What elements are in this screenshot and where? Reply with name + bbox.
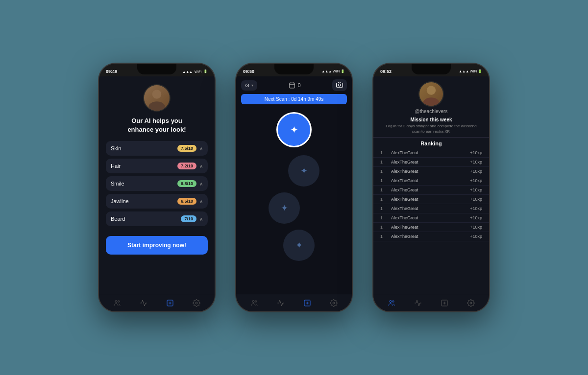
score-label-skin: Skin (111, 145, 121, 151)
scan-circle-2[interactable]: ✦ (288, 155, 319, 187)
ranking-row: 1 AlexTheGreat +10xp (373, 176, 489, 186)
svg-point-3 (118, 301, 120, 302)
rank-username: AlexTheGreat (387, 178, 470, 183)
status-icons-3: ▲▲▲ WiFi 🔋 (459, 70, 482, 73)
nav-gear-3[interactable] (464, 296, 478, 310)
score-badge-beard: 7/10 (181, 215, 196, 222)
avatar-svg (144, 85, 170, 111)
rank-username: AlexTheGreat (387, 188, 470, 192)
svg-point-20 (470, 302, 472, 304)
ranking-row: 1 AlexTheGreat +10xp (373, 158, 489, 167)
score-right-jawline: 6.5/10 ∧ (177, 198, 203, 205)
ranking-row: 1 AlexTheGreat +10xp (373, 204, 489, 213)
rank-username: AlexTheGreat (387, 206, 470, 211)
nav-gear-1[interactable] (189, 296, 204, 310)
rank-xp: +10xp (470, 215, 482, 220)
score-row-jawline[interactable]: Jawline 6.5/10 ∧ (106, 194, 208, 209)
status-icons-1: ▲▲▲ WiFi 🔋 (182, 70, 208, 73)
camera-button[interactable] (332, 79, 347, 91)
rank-xp: +10xp (470, 150, 482, 155)
ranking-row: 1 AlexTheGreat +10xp (373, 232, 489, 241)
phone2-main-content: ⊙ ▾ 0 Next Scan : 0d 14h 9m 49s ✦ ✦ ✦ ✦ (236, 76, 352, 294)
calendar-icon (289, 82, 295, 89)
scan-circle-3[interactable]: ✦ (269, 192, 300, 224)
nav-people-2[interactable] (247, 296, 262, 310)
nav-gear-2[interactable] (326, 296, 341, 310)
mission-section: Mission this week Log in for 3 days stra… (373, 117, 489, 137)
nav-people-3[interactable] (384, 296, 399, 310)
score-badge-hair: 7.2/10 (177, 163, 196, 169)
start-improving-button[interactable]: Start improving now! (106, 236, 208, 255)
svg-point-18 (392, 301, 394, 302)
next-scan-bar: Next Scan : 0d 14h 9m 49s (241, 94, 347, 104)
phone-notch-3 (412, 64, 451, 74)
chevron-hair: ∧ (199, 164, 203, 169)
nav-scan-2[interactable] (300, 296, 315, 310)
svg-point-0 (152, 90, 162, 99)
ranking-row: 1 AlexTheGreat +10xp (373, 223, 489, 232)
rank-number: 1 (380, 178, 387, 183)
scan-count-display: 0 (289, 82, 300, 89)
score-badge-jawline: 6.5/10 (177, 198, 196, 205)
avatar (143, 84, 171, 112)
svg-point-17 (390, 300, 392, 302)
svg-point-16 (423, 97, 439, 106)
nav-chart-3[interactable] (411, 296, 425, 310)
score-label-smile: Smile (111, 181, 124, 187)
status-time-2: 09:50 (243, 69, 254, 74)
scan-type-selector[interactable]: ⊙ ▾ (241, 80, 257, 91)
scan-circle-main[interactable]: ✦ (276, 112, 312, 147)
rank-number: 1 (380, 197, 387, 202)
rank-number: 1 (380, 188, 387, 192)
rank-xp: +10xp (470, 234, 482, 239)
ranking-row: 1 AlexTheGreat +10xp (373, 186, 489, 195)
svg-point-15 (427, 86, 436, 94)
score-right-skin: 7.5/10 ∧ (177, 145, 203, 152)
rank-number: 1 (380, 169, 387, 174)
svg-point-12 (255, 301, 257, 302)
ranking-section: Ranking 1 AlexTheGreat +10xp 1 AlexTheGr… (373, 137, 489, 241)
rank-xp: +10xp (470, 169, 482, 174)
ranking-row: 1 AlexTheGreat +10xp (373, 148, 489, 158)
profile-avatar-svg (419, 81, 443, 106)
rank-username: AlexTheGreat (387, 160, 470, 164)
chevron-jawline: ∧ (199, 199, 203, 204)
score-label-beard: Beard (111, 216, 125, 222)
rank-username: AlexTheGreat (387, 197, 470, 202)
nav-scan-1[interactable] (163, 296, 177, 310)
bottom-nav-1 (99, 294, 215, 311)
score-row-smile[interactable]: Smile 6.8/10 ∧ (106, 176, 208, 191)
rank-number: 1 (380, 225, 387, 230)
phone-3: 09:52 ▲▲▲ WiFi 🔋 @theachievers Mission t… (372, 63, 490, 312)
scan-circle-4[interactable]: ✦ (283, 230, 315, 261)
bottom-nav-2 (236, 294, 352, 311)
svg-rect-6 (290, 83, 295, 88)
phone3-main-content: @theachievers Mission this week Log in f… (373, 76, 489, 294)
phone-notch-2 (274, 64, 314, 74)
status-time-3: 09:52 (380, 69, 392, 74)
ranking-title: Ranking (373, 141, 489, 146)
nav-chart-1[interactable] (136, 296, 151, 310)
score-row-skin[interactable]: Skin 7.5/10 ∧ (106, 141, 208, 156)
nav-people-1[interactable] (110, 296, 124, 310)
nav-scan-3[interactable] (437, 296, 452, 310)
profile-avatar-3 (418, 81, 444, 107)
rank-number: 1 (380, 206, 387, 211)
rank-number: 1 (380, 160, 387, 164)
score-badge-skin: 7.5/10 (177, 145, 196, 152)
chevron-smile: ∧ (199, 181, 203, 187)
status-icons-2: ▲▲▲ WiFi 🔋 (321, 70, 345, 73)
score-row-beard[interactable]: Beard 7/10 ∧ (106, 211, 208, 226)
rank-xp: +10xp (470, 178, 482, 183)
rank-xp: +10xp (470, 188, 482, 192)
dropdown-arrow-icon: ▾ (251, 83, 253, 88)
mission-title: Mission this week (381, 117, 481, 122)
ranking-row: 1 AlexTheGreat +10xp (373, 167, 489, 176)
score-row-hair[interactable]: Hair 7.2/10 ∧ (106, 159, 208, 173)
phone1-main-content: Our AI helps youenhance your look! Skin … (99, 76, 215, 294)
bottom-nav-3 (373, 294, 489, 311)
nav-chart-2[interactable] (273, 296, 288, 310)
rank-username: AlexTheGreat (387, 234, 470, 239)
rank-number: 1 (380, 234, 387, 239)
phone-2: 09:50 ▲▲▲ WiFi 🔋 ⊙ ▾ 0 Next Scan : 0d 14… (235, 63, 353, 312)
